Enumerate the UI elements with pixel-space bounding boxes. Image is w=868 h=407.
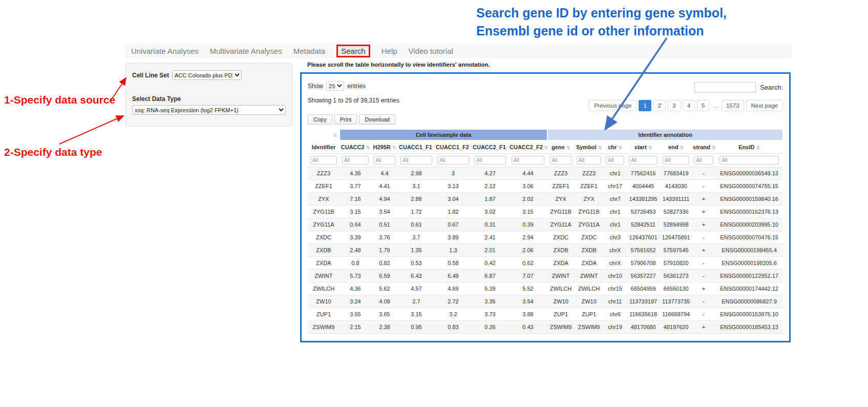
nav-tab-search[interactable]: Search bbox=[336, 45, 370, 57]
filter-input-ensid[interactable] bbox=[719, 156, 778, 165]
page-button-1[interactable]: 1 bbox=[639, 100, 651, 111]
cell: 3.15 bbox=[398, 308, 435, 321]
cell: 3.89 bbox=[435, 231, 472, 244]
filter-input-chr[interactable] bbox=[606, 156, 624, 165]
copy-button[interactable]: Copy bbox=[308, 114, 332, 125]
filter-input-cuacc2[interactable] bbox=[342, 156, 369, 165]
export-buttons: CopyPrintDownload bbox=[308, 114, 783, 125]
cell: 6.49 bbox=[435, 270, 472, 282]
filter-cell bbox=[574, 154, 604, 167]
cell-line-set-select[interactable]: ACC Colorado plus PDX bbox=[172, 70, 242, 80]
page-root: { "page": { "annotations": { "search_tip… bbox=[0, 0, 868, 407]
filter-cell bbox=[604, 154, 626, 167]
filter-input-identifier[interactable] bbox=[310, 156, 337, 165]
cell: chr1 bbox=[604, 218, 626, 231]
cell: 66550130 bbox=[660, 282, 692, 295]
nav-tab-metadata[interactable]: Metadata bbox=[293, 47, 326, 55]
search-input[interactable] bbox=[694, 82, 756, 93]
sort-icon: ⇅ bbox=[471, 145, 472, 150]
download-button[interactable]: Download bbox=[359, 114, 395, 125]
page-button-3[interactable]: 3 bbox=[668, 100, 680, 111]
cell: ZXDC bbox=[574, 231, 604, 244]
column-label: EnsID bbox=[738, 144, 754, 150]
cell: ENSG00000074755.15 bbox=[715, 180, 783, 193]
page-button-4[interactable]: 4 bbox=[683, 100, 695, 111]
cell: 6.43 bbox=[398, 270, 435, 282]
cell: 6.59 bbox=[371, 270, 398, 282]
nav-tab-univariate-analyses[interactable]: Univariate Analyses bbox=[131, 47, 199, 55]
column-header-cuacc2_f2[interactable]: CUACC2_F2 ⇅ bbox=[509, 140, 547, 154]
filter-input-cuacc2_f1[interactable] bbox=[474, 156, 505, 165]
nav-tab-help[interactable]: Help bbox=[382, 47, 397, 55]
cell: 4.09 bbox=[371, 295, 398, 308]
cell: ZUP1 bbox=[308, 308, 340, 321]
filter-input-cuacc1_f2[interactable] bbox=[437, 156, 469, 165]
column-header-cuacc2_f1[interactable]: CUACC2_F1 ⇅ bbox=[472, 140, 509, 154]
cell: 5.39 bbox=[472, 282, 509, 295]
cell: 77683419 bbox=[660, 167, 692, 180]
page-button-5[interactable]: 5 bbox=[697, 100, 709, 111]
next-page-button[interactable]: Next page bbox=[746, 100, 783, 111]
cell: 3.54 bbox=[371, 206, 398, 218]
column-header-ensid[interactable]: EnsID ⇅ bbox=[715, 140, 783, 154]
column-header-cuacc1_f1[interactable]: CUACC1_F1 ⇅ bbox=[398, 140, 435, 154]
page-length-select[interactable]: 25 bbox=[326, 81, 344, 91]
filter-cell bbox=[715, 154, 783, 167]
cell: 3.1 bbox=[398, 180, 435, 193]
cell: - bbox=[692, 231, 715, 244]
cell: 113733187 bbox=[626, 295, 660, 308]
nav-tab-video-tutorial[interactable]: Video tutorial bbox=[409, 47, 453, 55]
column-label: Symbol bbox=[576, 144, 597, 150]
filter-input-symbol[interactable] bbox=[577, 156, 602, 165]
print-button[interactable]: Print bbox=[334, 114, 357, 125]
filter-input-strand[interactable] bbox=[694, 156, 713, 165]
column-header-end[interactable]: end ⇅ bbox=[660, 140, 692, 154]
column-header-cuacc2[interactable]: CUACC2 ⇅ bbox=[340, 140, 371, 154]
nav-tab-multivariate-analyses[interactable]: Multivariate Analyses bbox=[210, 47, 282, 55]
cell: + bbox=[692, 282, 715, 295]
cell: 3.73 bbox=[472, 308, 509, 321]
cell: 52827336 bbox=[660, 206, 692, 218]
identifier-sort-header[interactable]: ⇅ bbox=[308, 129, 340, 140]
cell: 2.98 bbox=[398, 167, 435, 180]
cell: chr10 bbox=[604, 270, 626, 282]
cell: 52894998 bbox=[660, 218, 692, 231]
cell: 0.8 bbox=[340, 257, 371, 270]
cell-line-set-label: Cell Line Set bbox=[132, 72, 169, 79]
column-header-h295r[interactable]: H295R ⇅ bbox=[371, 140, 398, 154]
previous-page-button[interactable]: Previous page bbox=[589, 100, 637, 111]
cell: 3.55 bbox=[340, 308, 371, 321]
cell: 52726453 bbox=[626, 206, 660, 218]
column-header-chr[interactable]: chr ⇅ bbox=[604, 140, 626, 154]
filter-input-h295r[interactable] bbox=[373, 156, 395, 165]
column-header-strand[interactable]: strand ⇅ bbox=[692, 140, 715, 154]
sort-icon: ⇅ bbox=[618, 145, 622, 150]
page-button-2[interactable]: 2 bbox=[653, 100, 666, 111]
column-header-gene[interactable]: gene ⇅ bbox=[547, 140, 574, 154]
filter-input-gene[interactable] bbox=[549, 156, 571, 165]
scroll-note: Please scroll the table horizontally to … bbox=[307, 62, 490, 68]
data-type-select[interactable]: xsq: RNA-seq Expression (log2 FPKM+1) bbox=[132, 105, 286, 115]
column-header-cuacc1_f2[interactable]: CUACC1_F2 ⇅ bbox=[435, 140, 472, 154]
page-button-1573[interactable]: 1573 bbox=[722, 100, 744, 111]
column-label: CUACC1_F1 bbox=[399, 144, 432, 150]
cell: 116668794 bbox=[660, 308, 692, 321]
filter-input-end[interactable] bbox=[663, 156, 689, 165]
cell: ZXDA bbox=[547, 257, 574, 270]
table-row-zyg11b: ZYG11B3.153.541.721.823.023.15ZYG11BZYG1… bbox=[308, 206, 783, 218]
column-header-identifier[interactable]: Identifier bbox=[308, 140, 340, 154]
filter-input-cuacc1_f1[interactable] bbox=[400, 156, 432, 165]
filter-input-start[interactable] bbox=[629, 156, 658, 165]
cell: 0.51 bbox=[371, 218, 398, 231]
filter-input-cuacc2_f2[interactable] bbox=[512, 156, 545, 165]
sort-icon: ⇅ bbox=[507, 145, 509, 150]
cell: ENSG00000036549.13 bbox=[715, 167, 783, 180]
column-header-start[interactable]: start ⇅ bbox=[626, 140, 660, 154]
cell: ZUP1 bbox=[574, 308, 604, 321]
cell: 0.95 bbox=[398, 321, 435, 334]
cell: 0.53 bbox=[398, 257, 435, 270]
column-label: Identifier bbox=[312, 144, 335, 150]
cell: ZZEF1 bbox=[308, 180, 340, 193]
cell: 4.94 bbox=[371, 193, 398, 206]
column-header-symbol[interactable]: Symbol ⇅ bbox=[574, 140, 604, 154]
